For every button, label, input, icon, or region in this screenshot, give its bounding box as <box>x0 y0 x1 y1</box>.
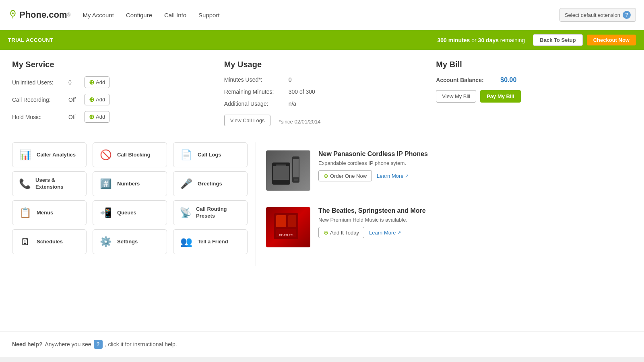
settings-icon: ⚙️ <box>99 234 113 249</box>
help-text-part2: , click it for instructional help. <box>105 341 177 348</box>
trial-message: 300 minutes or 30 days remaining <box>437 37 525 43</box>
bottom-section: 📊 Caller Analytics 📞 Users & Extensions … <box>12 142 632 266</box>
call-blocking-icon: 🚫 <box>99 148 113 162</box>
since-note: *since 02/01/2014 <box>279 119 320 125</box>
nav-support[interactable]: Support <box>198 10 220 21</box>
service-row-recording: Call Recording: Off ⊕Add <box>12 94 208 105</box>
music-svg: BEATLES <box>270 211 306 243</box>
phone-logo-icon <box>8 10 18 20</box>
extension-selector[interactable]: Select default extension ? <box>559 8 636 22</box>
call-logs-button[interactable]: 📄 Call Logs <box>173 142 248 167</box>
promo-phones-desc: Expandable cordless IP phone sytem. <box>318 160 632 166</box>
my-service-section: My Service Unlimited Users: 0 ⊕Add Call … <box>12 60 208 128</box>
promo-phones-image <box>266 150 310 191</box>
caller-analytics-icon: 📊 <box>18 148 33 162</box>
balance-amount: $0.00 <box>500 76 516 84</box>
greetings-icon: 🎤 <box>179 177 194 191</box>
trial-or: or <box>470 37 478 43</box>
promo-phones: New Panasonic Cordless IP Phones Expanda… <box>266 142 632 199</box>
tell-friend-button[interactable]: 👥 Tell a Friend <box>173 229 248 254</box>
add-music-promo-button[interactable]: ⊕ Add It Today <box>318 227 364 238</box>
icon-col-3: 📄 Call Logs 🎤 Greetings 📡 Call Routing P… <box>173 142 248 254</box>
greetings-label: Greetings <box>198 181 222 187</box>
promo-phones-actions: ⊕ Order One Now Learn More ↗ <box>318 170 632 181</box>
extension-help-icon[interactable]: ? <box>623 11 631 19</box>
call-routing-icon: 📡 <box>179 206 192 220</box>
tell-friend-label: Tell a Friend <box>198 239 228 245</box>
back-to-setup-button[interactable]: Back To Setup <box>533 34 582 46</box>
call-blocking-label: Call Blocking <box>117 152 150 158</box>
order-phones-button[interactable]: ⊕ Order One Now <box>318 170 372 181</box>
icon-grid: 📊 Caller Analytics 📞 Users & Extensions … <box>12 142 248 254</box>
schedules-button[interactable]: 🗓 Schedules <box>12 229 87 254</box>
numbers-button[interactable]: #️⃣ Numbers <box>93 171 167 196</box>
add-music-button[interactable]: ⊕Add <box>85 111 109 123</box>
checkout-now-button[interactable]: Checkout Now <box>587 35 636 45</box>
caller-analytics-button[interactable]: 📊 Caller Analytics <box>12 142 87 167</box>
nav-call-info[interactable]: Call Info <box>164 10 186 21</box>
caller-analytics-label: Caller Analytics <box>37 152 76 158</box>
svg-point-1 <box>12 12 14 14</box>
pay-my-bill-button[interactable]: Pay My Bill <box>480 90 521 103</box>
greetings-button[interactable]: 🎤 Greetings <box>173 171 248 196</box>
order-icon: ⊕ <box>324 173 328 179</box>
my-bill-section: My Bill Account Balance: $0.00 View My B… <box>436 60 632 128</box>
learn-phones-link[interactable]: Learn More ↗ <box>377 173 408 179</box>
queues-icon: 📲 <box>99 206 113 220</box>
service-row-music: Hold Music: Off ⊕Add <box>12 111 208 123</box>
phone-svg <box>270 154 306 187</box>
add-users-button[interactable]: ⊕Add <box>85 76 109 88</box>
add-recording-button[interactable]: ⊕Add <box>85 94 109 105</box>
help-bar: Need help? Anywhere you see ? , click it… <box>0 331 644 357</box>
main-nav: My Account Configure Call Info Support <box>83 10 559 21</box>
my-bill-title: My Bill <box>436 60 632 69</box>
promo-phones-title: New Panasonic Cordless IP Phones <box>318 150 632 158</box>
promo-music-desc: New Premium Hold Music is available. <box>318 217 632 223</box>
users-label: Unlimited Users: <box>12 79 64 86</box>
add-icon: ⊕ <box>89 96 94 103</box>
my-service-title: My Service <box>12 60 208 69</box>
svg-rect-8 <box>294 179 298 181</box>
settings-button[interactable]: ⚙️ Settings <box>93 229 167 254</box>
call-logs-icon: 📄 <box>179 148 194 162</box>
recording-label: Call Recording: <box>12 97 64 103</box>
icon-col-1: 📊 Caller Analytics 📞 Users & Extensions … <box>12 142 87 254</box>
svg-rect-5 <box>276 165 286 166</box>
help-badge[interactable]: ? <box>94 340 103 349</box>
nav-configure[interactable]: Configure <box>126 10 152 21</box>
add-icon: ⊕ <box>324 229 328 236</box>
view-my-bill-button[interactable]: View My Bill <box>436 90 476 103</box>
numbers-icon: #️⃣ <box>99 177 113 191</box>
logo[interactable]: Phone.com® <box>8 10 70 20</box>
main-content: My Service Unlimited Users: 0 ⊕Add Call … <box>0 50 644 331</box>
call-blocking-button[interactable]: 🚫 Call Blocking <box>93 142 167 167</box>
add-icon: ⊕ <box>89 78 94 86</box>
tell-friend-icon: 👥 <box>179 234 194 249</box>
trial-banner: TRIAL ACCOUNT 300 minutes or 30 days rem… <box>0 30 644 50</box>
icon-col-2: 🚫 Call Blocking #️⃣ Numbers 📲 Queues ⚙️ … <box>93 142 167 254</box>
recording-value: Off <box>68 97 80 103</box>
svg-text:BEATLES: BEATLES <box>279 233 293 237</box>
additional-value: n/a <box>289 101 296 107</box>
call-routing-button[interactable]: 📡 Call Routing Presets <box>173 200 248 225</box>
minutes-used-label: Minutes Used*: <box>224 76 289 83</box>
svg-rect-11 <box>288 215 296 227</box>
promo-music-image: BEATLES <box>266 207 310 247</box>
help-strong: Need help? <box>12 341 42 348</box>
users-extensions-label: Users & Extensions <box>35 177 80 191</box>
external-link-icon: ↗ <box>405 173 409 179</box>
queues-button[interactable]: 📲 Queues <box>93 200 167 225</box>
menus-button[interactable]: 📋 Menus <box>12 200 87 225</box>
logo-text: Phone.com <box>19 10 67 20</box>
learn-music-link[interactable]: Learn More ↗ <box>369 230 400 236</box>
view-call-logs-button[interactable]: View Call Logs <box>224 115 271 126</box>
top-section: My Service Unlimited Users: 0 ⊕Add Call … <box>12 60 632 128</box>
nav-my-account[interactable]: My Account <box>83 10 114 21</box>
header: Phone.com® My Account Configure Call Inf… <box>0 0 644 30</box>
music-label: Hold Music: <box>12 114 64 120</box>
users-extensions-button[interactable]: 📞 Users & Extensions <box>12 171 87 196</box>
promo-music-content: The Beatles, Springsteen and More New Pr… <box>318 207 632 247</box>
minutes-used-value: 0 <box>289 76 292 83</box>
promo-music-actions: ⊕ Add It Today Learn More ↗ <box>318 227 632 238</box>
queues-label: Queues <box>117 210 136 216</box>
